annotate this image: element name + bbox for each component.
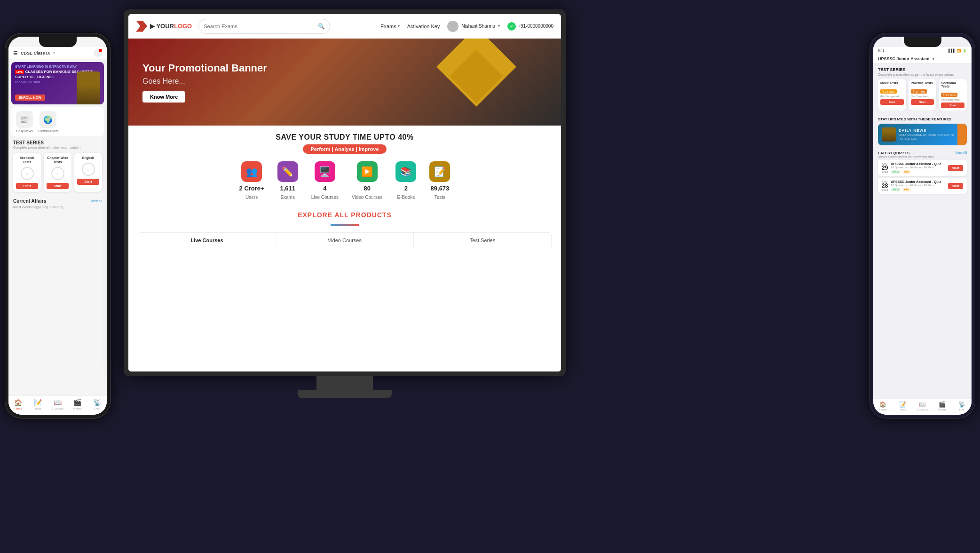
daily-news-card[interactable]: DAILY NEWS DAILY MAGAZINE OF NEWS FOR YO… [878,124,967,145]
search-input[interactable] [204,24,315,29]
latest-quizzes-title: LATEST QUIZZES [878,151,934,155]
stats-section: SAVE YOUR STUDY TIME UPTO 40% Perform | … [128,126,561,205]
right-phone-notch [904,37,941,47]
right-mock-tests-card[interactable]: Mock Tests ₹ 14 Tans 0% Completed Start [878,79,906,111]
elibrary-label: E-Library [52,407,63,410]
tests-label: Tests [435,195,445,200]
tab-live-courses[interactable]: Live Courses [138,233,276,248]
right-class-selector[interactable]: UPSSSC Junior Assistant [878,56,930,61]
video-courses-label: Video Courses [352,195,382,200]
phone-badge: ✓ +91-0000000000 [507,22,553,31]
video-courses-icon: ▶️ [357,161,378,182]
live-courses-label: Live Courses [311,195,339,200]
right-topbar: UPSSSC Junior Assistant ▾ [873,55,972,63]
home-label: Home [15,407,22,410]
banner-content: Your Promotional Banner Goes Here... Kno… [142,62,267,103]
quiz-start-button-2[interactable]: Start [948,183,963,189]
logo-icon [136,21,147,32]
sectional-start-button[interactable]: Start [16,183,38,189]
practice-tests-title: Practice Tests [911,81,934,85]
live-courses-icon: 🖥️ [315,161,335,182]
right-practice-tests-card[interactable]: Practice Tests ₹ 34 Tans 0% Completed St… [909,79,937,111]
nav-elibrary[interactable]: 📖 E-Library [48,399,68,410]
ca-section-title: Current Affairs [13,198,46,204]
user-name: Nishant Sharma [461,24,495,29]
stats-icons-row: 👥 2 Crore+ Users ✏️ 1,611 Exams 🖥️ 4 Liv… [138,161,552,200]
right-test-cards-row: Mock Tests ₹ 14 Tans 0% Completed Start … [878,79,967,111]
ebooks-icon: 📚 [395,161,416,182]
rbn-elibrary-label: E-Library [917,408,928,411]
quizzes-desc: Quickly assess yourself with a new quiz … [878,155,934,158]
notification-bell[interactable] [94,49,102,57]
test-progress-circle: ○ [21,167,34,180]
practice-start-button[interactable]: Start [911,99,934,105]
quiz-view-all-link[interactable]: View All [956,151,967,158]
logo-text: ▶ YOURLOGO [150,23,192,30]
rbn-home[interactable]: 🏠 Home [873,401,893,411]
stay-updated-section: STAY UPDATED WITH THESE FEATURES DAILY N… [873,114,972,148]
quick-item-current-affairs[interactable]: 🌍 Current Affairs [38,111,59,133]
tests-label: Tests [35,407,41,410]
quiz-meta-1: 20 Questions · 20 Marks · 10 Mins [891,166,945,169]
quick-item-daily-news[interactable]: 📰 Daily News [16,111,33,133]
user-area[interactable]: Nishant Sharma ▾ [447,21,500,32]
enroll-button[interactable]: ENROLL NOW [15,95,45,101]
banner-title: Your Promotional Banner [142,62,267,75]
practice-tests-badge: ₹ 34 Tans [911,89,927,94]
time-display: 9:41 [878,49,885,53]
rbn-live[interactable]: 📡 Live [952,401,972,411]
sectional-start-button[interactable]: Start [941,103,964,108]
right-sectional-tests-card[interactable]: Sectional Tests ₹ 21 Tans 0% Completed S… [939,79,967,111]
phone-number: +91-0000000000 [518,24,553,29]
latest-quizzes-section: LATEST QUIZZES Quickly assess yourself w… [873,148,972,398]
class-selector[interactable]: CBSE Class IX [21,51,50,55]
test-card-english[interactable]: English ○ Start [74,153,102,192]
live-label: Live [95,407,100,410]
activation-key-nav-item[interactable]: Activation Key [407,24,440,29]
product-tabs: Live Courses Video Courses Test Series [138,232,552,248]
daily-news-desc: DAILY MAGAZINE OF NEWS FOR YOU TO PURSUE… [899,134,963,141]
left-bottom-nav: 🏠 Home 📝 Tests 📖 E-Library 🎬 Videos 📡 [8,395,107,415]
view-all-link[interactable]: View all [91,199,102,203]
wifi-icon: 📶 [957,49,961,53]
hamburger-icon[interactable]: ☰ [13,50,18,56]
nav-live[interactable]: 📡 Live [87,399,107,410]
left-phone-banner: START LEARNING IN INTRACTIVE WAY LIVE CL… [11,62,104,104]
rbn-videos[interactable]: 🎬 Videos [932,401,952,411]
test-progress-circle: ○ [82,163,95,176]
test-cards-row: Sectional Tests ○ Start Chapter Wise Tes… [13,153,102,192]
exams-label: Exams [380,24,396,29]
quiz-item-1[interactable]: May 29 2024 UPSSSC Junior Assistant - Qu… [878,160,967,176]
tab-video-courses[interactable]: Video Courses [276,233,414,248]
english-start-button[interactable]: Start [77,179,99,185]
daily-news-label: Daily News [16,129,32,133]
test-card-sectional[interactable]: Sectional Tests ○ Start [13,153,41,192]
search-bar[interactable]: 🔍 [198,19,330,34]
test-card-chapter-wise[interactable]: Chapter Wise Tests ○ Start [44,153,71,192]
quiz-year-2: 2024 [882,189,888,191]
banner-subtitle: START LEARNING IN INTRACTIVE WAY [15,65,100,68]
nav-tests[interactable]: 📝 Tests [28,399,48,410]
quiz-item-2[interactable]: May 28 2024 UPSSSC Junior Assistant - Qu… [878,178,967,194]
monitor-screen: ▶ YOURLOGO 🔍 Exams ▾ Activation Key [128,14,561,371]
quiz-info-1: UPSSSC Junior Assistant - Quiz 20 Questi… [891,162,945,174]
rbn-tests[interactable]: 📝 Tests [893,401,913,411]
videos-label: Videos [73,407,81,410]
live-courses-number: 4 [323,185,326,192]
nav-videos[interactable]: 🎬 Videos [67,399,87,410]
chapter-start-button[interactable]: Start [47,183,69,189]
perform-badge: Perform | Analyse | Improve [303,144,386,154]
rbn-home-icon: 🏠 [879,401,886,408]
notification-badge [99,49,102,52]
quiz-start-button-1[interactable]: Start [948,165,963,171]
know-more-button[interactable]: Know More [142,91,185,103]
rbn-elibrary[interactable]: 📖 E-Library [913,401,933,411]
right-dropdown-icon: ▾ [933,57,934,61]
mock-start-button[interactable]: Start [880,99,904,105]
exams-nav-item[interactable]: Exams ▾ [380,24,400,29]
quiz-info-2: UPSSSC Junior Assistant - Quiz 20 Questi… [891,180,945,191]
left-topbar: ☰ CBSE Class IX ▾ [8,47,107,59]
nav-home[interactable]: 🏠 Home [8,399,28,410]
tab-test-series[interactable]: Test Series [414,233,551,248]
users-icon: 👥 [241,161,262,182]
